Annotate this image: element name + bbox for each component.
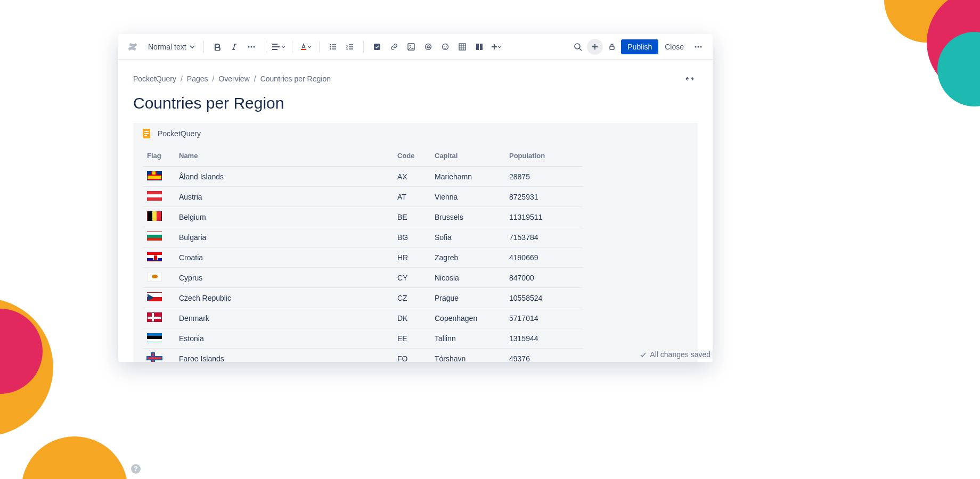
col-capital: Capital xyxy=(430,146,505,167)
cell-name: Bulgaria xyxy=(175,227,393,247)
cell-flag xyxy=(143,207,175,227)
text-color-dropdown[interactable] xyxy=(298,39,314,55)
col-code: Code xyxy=(393,146,430,167)
emoji-button[interactable] xyxy=(437,39,453,55)
breadcrumb-item[interactable]: Overview xyxy=(218,75,249,83)
cell-flag xyxy=(143,308,175,328)
check-icon xyxy=(640,351,647,358)
col-population: Population xyxy=(505,146,583,167)
breadcrumb-item[interactable]: Countries per Region xyxy=(260,75,331,83)
cell-flag xyxy=(143,187,175,207)
toolbar: Normal text 123 Publish Close xyxy=(118,34,713,60)
add-button[interactable] xyxy=(587,39,603,55)
page-content: PocketQuery / Pages / Overview / Countri… xyxy=(118,60,713,362)
numbered-list-button[interactable]: 123 xyxy=(342,39,358,55)
save-status: All changes saved xyxy=(640,350,713,359)
svg-rect-22 xyxy=(610,46,614,49)
flag-icon xyxy=(147,312,162,322)
breadcrumb-separator: / xyxy=(181,75,183,83)
svg-point-2 xyxy=(253,46,255,47)
separator xyxy=(292,41,292,53)
svg-rect-29 xyxy=(144,135,147,136)
pocketquery-icon xyxy=(142,128,152,139)
cell-flag xyxy=(143,268,175,288)
cell-population: 8725931 xyxy=(505,187,583,207)
breadcrumb-item[interactable]: PocketQuery xyxy=(133,75,176,83)
align-dropdown[interactable] xyxy=(271,39,287,55)
pocketquery-macro[interactable]: PocketQuery Flag Name Code Capital Popul… xyxy=(133,123,698,362)
col-flag: Flag xyxy=(143,146,175,167)
svg-point-17 xyxy=(446,46,447,47)
cell-population: 28875 xyxy=(505,167,583,187)
cell-capital: Tallinn xyxy=(430,328,505,349)
svg-point-6 xyxy=(329,48,330,49)
search-button[interactable] xyxy=(570,39,586,55)
macro-header: PocketQuery xyxy=(133,123,698,144)
svg-point-1 xyxy=(250,46,252,47)
cell-population: 5717014 xyxy=(505,308,583,328)
svg-point-15 xyxy=(442,44,448,49)
cell-capital: Zagreb xyxy=(430,247,505,268)
table-row: DenmarkDKCopenhagen5717014 xyxy=(143,308,583,328)
cell-population: 10558524 xyxy=(505,288,583,308)
image-button[interactable] xyxy=(403,39,419,55)
table-row: CroatiaHRZagreb4190669 xyxy=(143,247,583,268)
chevron-down-icon xyxy=(190,44,195,49)
cell-code: CZ xyxy=(393,288,430,308)
cell-code: BE xyxy=(393,207,430,227)
cell-capital: Vienna xyxy=(430,187,505,207)
table-header-row: Flag Name Code Capital Population xyxy=(143,146,583,167)
cell-name: Croatia xyxy=(175,247,393,268)
save-status-text: All changes saved xyxy=(650,350,710,359)
separator xyxy=(203,41,204,53)
cell-name: Belgium xyxy=(175,207,393,227)
flag-icon xyxy=(147,272,162,282)
italic-button[interactable] xyxy=(226,39,242,55)
svg-point-0 xyxy=(248,46,249,47)
page-title[interactable]: Countries per Region xyxy=(133,94,698,112)
svg-point-25 xyxy=(700,46,702,47)
insert-dropdown[interactable] xyxy=(488,39,504,55)
breadcrumb-item[interactable]: Pages xyxy=(187,75,208,83)
action-item-button[interactable] xyxy=(369,39,385,55)
restrictions-button[interactable] xyxy=(604,39,620,55)
cell-code: AT xyxy=(393,187,430,207)
cell-capital: Nicosia xyxy=(430,268,505,288)
text-style-dropdown[interactable]: Normal text xyxy=(145,40,198,53)
publish-button[interactable]: Publish xyxy=(621,39,658,54)
more-formatting-button[interactable] xyxy=(243,39,259,55)
svg-point-21 xyxy=(575,44,580,49)
help-button[interactable]: ? xyxy=(131,464,141,474)
svg-rect-19 xyxy=(476,44,479,50)
svg-point-12 xyxy=(409,45,411,46)
table-button[interactable] xyxy=(454,39,470,55)
link-button[interactable] xyxy=(386,39,402,55)
cell-code: EE xyxy=(393,328,430,349)
breadcrumb-separator: / xyxy=(254,75,256,83)
svg-point-13 xyxy=(425,44,431,49)
bullet-list-button[interactable] xyxy=(325,39,341,55)
flag-icon xyxy=(147,191,162,201)
cell-name: Austria xyxy=(175,187,393,207)
breadcrumb: PocketQuery / Pages / Overview / Countri… xyxy=(133,75,331,83)
cell-flag xyxy=(143,227,175,247)
cell-name: Åland Islands xyxy=(175,167,393,187)
more-actions-button[interactable] xyxy=(690,39,706,55)
layout-button[interactable] xyxy=(471,39,487,55)
cell-code: BG xyxy=(393,227,430,247)
svg-point-4 xyxy=(329,44,330,45)
close-button[interactable]: Close xyxy=(659,39,689,54)
flag-icon xyxy=(147,252,162,261)
cell-capital: Tórshavn xyxy=(430,349,505,362)
cell-population: 847000 xyxy=(505,268,583,288)
col-name: Name xyxy=(175,146,393,167)
svg-point-23 xyxy=(695,46,697,47)
bold-button[interactable] xyxy=(209,39,225,55)
mention-button[interactable] xyxy=(420,39,436,55)
table-row: CyprusCYNicosia847000 xyxy=(143,268,583,288)
flag-icon xyxy=(147,232,162,241)
cell-population: 11319511 xyxy=(505,207,583,227)
confluence-logo-icon xyxy=(127,41,138,53)
collapse-width-button[interactable] xyxy=(682,71,698,87)
separator xyxy=(319,41,320,53)
